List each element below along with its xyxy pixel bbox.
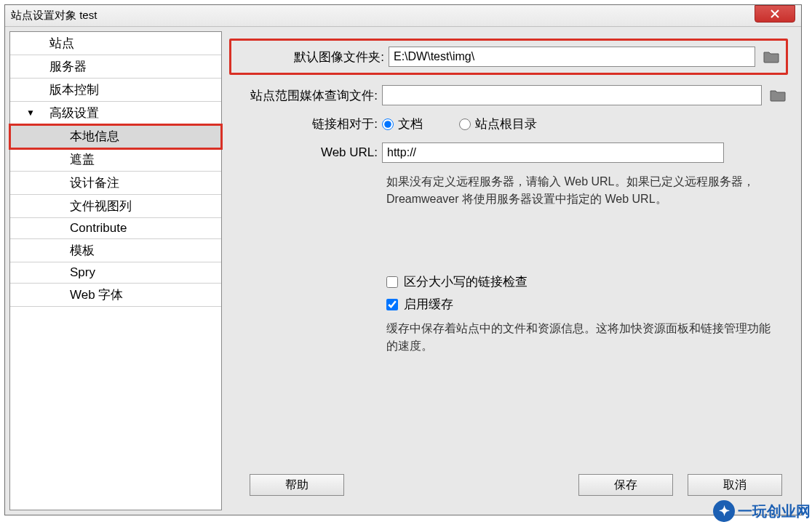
default-images-row: 默认图像文件夹: [229, 39, 788, 75]
button-row: 帮助 保存 取消 [229, 467, 788, 507]
enable-cache-checkbox[interactable] [386, 299, 398, 310]
media-query-browse-button[interactable] [768, 87, 788, 104]
cancel-button[interactable]: 取消 [688, 474, 782, 496]
sidebar-item-templates[interactable]: 模板 [10, 239, 221, 262]
close-icon [771, 9, 779, 18]
sidebar-item-web-fonts[interactable]: Web 字体 [10, 284, 221, 307]
cache-section: 区分大小写的链接检查 启用缓存 缓存中保存着站点中的文件和资源信息。这将加快资源… [386, 273, 788, 355]
radio-document-input[interactable] [382, 119, 394, 130]
sidebar-item-cloak[interactable]: 遮盖 [10, 148, 221, 172]
enable-cache-row: 启用缓存 [386, 296, 788, 313]
folder-icon [770, 89, 786, 102]
sidebar-item-advanced[interactable]: 高级设置 [10, 102, 221, 125]
radio-site-root-input[interactable] [459, 119, 471, 130]
cache-help-text: 缓存中保存着站点中的文件和资源信息。这将加快资源面板和链接管理功能的速度。 [386, 320, 779, 355]
links-relative-row: 链接相对于: 文档 站点根目录 [229, 116, 788, 132]
media-query-label: 站点范围媒体查询文件: [229, 87, 382, 104]
web-url-help-text: 如果没有定义远程服务器，请输入 Web URL。如果已定义远程服务器，Dream… [386, 173, 779, 208]
default-images-label: 默认图像文件夹: [236, 49, 389, 65]
sidebar-item-spry[interactable]: Spry [10, 262, 221, 284]
folder-icon [763, 50, 779, 63]
sidebar-item-design-notes[interactable]: 设计备注 [10, 172, 221, 195]
window-title: 站点设置对象 test [11, 9, 97, 23]
save-button[interactable]: 保存 [578, 474, 673, 496]
radio-site-root[interactable]: 站点根目录 [459, 116, 537, 132]
web-url-row: Web URL: [229, 142, 788, 163]
media-query-row: 站点范围媒体查询文件: [229, 85, 788, 105]
sidebar: 站点 服务器 版本控制 高级设置 本地信息 遮盖 设计备注 文件视图列 Cont… [9, 31, 222, 510]
sidebar-item-local-info[interactable]: 本地信息 [10, 125, 221, 148]
watermark: ✦ 一玩创业网 [713, 500, 811, 522]
sidebar-item-servers[interactable]: 服务器 [10, 55, 221, 79]
radio-document[interactable]: 文档 [382, 116, 423, 132]
case-sensitive-label: 区分大小写的链接检查 [404, 273, 528, 290]
web-url-input[interactable] [382, 142, 724, 163]
sidebar-item-file-view-columns[interactable]: 文件视图列 [10, 195, 221, 218]
sidebar-item-site[interactable]: 站点 [10, 32, 221, 55]
watermark-icon: ✦ [713, 500, 735, 522]
radio-document-label: 文档 [398, 116, 423, 132]
case-sensitive-row: 区分大小写的链接检查 [386, 273, 788, 290]
media-query-input[interactable] [382, 85, 762, 105]
default-images-browse-button[interactable] [761, 48, 781, 65]
main-panel: 默认图像文件夹: 站点范围媒体查询文件: 链接相对于: [222, 27, 801, 515]
links-relative-label: 链接相对于: [229, 116, 382, 132]
dialog-window: 站点设置对象 test 站点 服务器 版本控制 高级设置 本地信息 遮盖 设计备… [4, 4, 802, 515]
sidebar-item-version-control[interactable]: 版本控制 [10, 79, 221, 102]
form-area: 默认图像文件夹: 站点范围媒体查询文件: 链接相对于: [229, 37, 788, 467]
case-sensitive-checkbox[interactable] [386, 276, 398, 288]
web-url-label: Web URL: [229, 145, 382, 160]
sidebar-item-contribute[interactable]: Contribute [10, 218, 221, 239]
radio-site-root-label: 站点根目录 [475, 116, 537, 132]
content-area: 站点 服务器 版本控制 高级设置 本地信息 遮盖 设计备注 文件视图列 Cont… [5, 27, 801, 515]
close-button[interactable] [755, 5, 795, 23]
enable-cache-label: 启用缓存 [404, 296, 453, 313]
default-images-input[interactable] [389, 47, 755, 67]
links-relative-radio-group: 文档 站点根目录 [382, 116, 537, 132]
help-button[interactable]: 帮助 [250, 474, 344, 496]
right-buttons: 保存 取消 [578, 474, 782, 496]
titlebar: 站点设置对象 test [5, 5, 801, 27]
watermark-text: 一玩创业网 [738, 502, 811, 521]
